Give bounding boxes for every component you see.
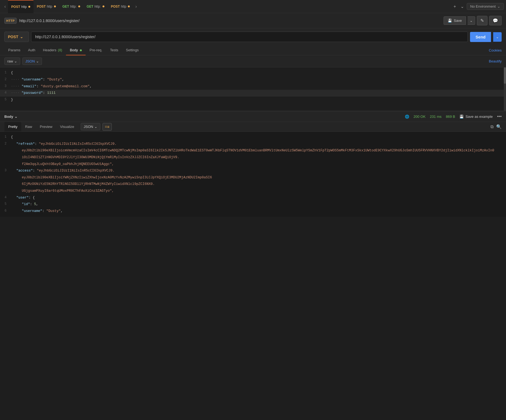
method-selector[interactable]: POST ⌄: [4, 32, 29, 42]
code-line-4: 4 ···· "password": 1111: [0, 90, 506, 97]
resp-line-3b: eyJ0b2tlbl90eXBlIjoiYWNjZXNzIiwiZXhwIjox…: [0, 174, 506, 181]
resp-line-6: 6 "username": "Dusty",: [0, 208, 506, 215]
tab-3-dot: [78, 5, 80, 7]
scroll-track[interactable]: [504, 67, 506, 111]
resp-tab-visualize[interactable]: Visualize: [56, 122, 78, 131]
filter-button[interactable]: =≡: [103, 123, 112, 131]
code-line-3: 3 ···· "email": "dusty.getem@email.com",: [0, 83, 506, 90]
environment-selector[interactable]: No Environment ⌄: [467, 3, 504, 10]
tab-settings[interactable]: Settings: [122, 45, 143, 55]
resp-line-3c: 6IjMzOGNiYzE5N2RhYTRlNGI5ODllYjRhNTMwNjM…: [0, 181, 506, 188]
resp-line-5: 5 "id": 5,: [0, 201, 506, 208]
resp-line-3d: UGjgsamPXuyI8ar6tqUMoxPR0CThFAoXiCnz3ZAG…: [0, 188, 506, 194]
resp-tab-raw[interactable]: Raw: [21, 122, 36, 131]
response-body-label: Body: [4, 115, 13, 119]
tab-bar: ‹ POST http POST http GET http: GET http…: [0, 0, 506, 13]
edit-button[interactable]: ✎: [477, 16, 487, 25]
more-options-button[interactable]: •••: [497, 114, 502, 119]
format-json-chevron: ⌄: [36, 59, 39, 63]
tab-body[interactable]: Body: [66, 45, 86, 55]
save-label: Save: [454, 19, 462, 23]
response-actions: ⧉ 🔍: [490, 124, 502, 129]
tab-2[interactable]: POST http: [34, 0, 59, 13]
tab-5-method: POST: [111, 5, 120, 8]
code-line-1: 1 {: [0, 70, 506, 76]
format-raw-label: raw: [7, 59, 13, 63]
copy-response-button[interactable]: ⧉: [490, 124, 493, 129]
comment-button[interactable]: 💬: [489, 16, 502, 25]
resp-tab-preview[interactable]: Preview: [36, 122, 56, 131]
format-json-selector[interactable]: JSON ⌄: [22, 58, 42, 65]
save-button[interactable]: 💾 Save: [444, 16, 466, 25]
tab-5[interactable]: POST http: [108, 0, 133, 13]
tab-2-method: POST: [37, 5, 46, 8]
search-response-button[interactable]: 🔍: [496, 124, 502, 129]
tab-5-url: http: [121, 5, 126, 8]
body-format-row: raw ⌄ JSON ⌄ Beautify: [0, 55, 506, 67]
response-body-toggle[interactable]: Body ⌄: [4, 115, 17, 119]
method-value: POST: [8, 35, 18, 39]
tab-4-dot: [103, 5, 104, 7]
format-json-label: JSON: [25, 59, 35, 63]
save-as-example-button[interactable]: 💾 Save as example: [459, 115, 493, 119]
resp-tab-pretty[interactable]: Pretty: [4, 122, 21, 131]
tab-overflow-button[interactable]: ⌄: [459, 3, 466, 10]
cookies-link[interactable]: Cookies: [489, 48, 502, 52]
tab-prev-button[interactable]: ‹: [2, 2, 8, 11]
response-status: 200 OK: [414, 115, 426, 119]
tab-2-url: http: [47, 5, 52, 8]
response-meta: 🌐 200 OK 231 ms 869 B 💾 Save as example …: [405, 114, 502, 119]
send-dropdown-button[interactable]: ⌄: [493, 32, 502, 42]
save-example-label: Save as example: [465, 115, 493, 119]
response-tabs-nav: Pretty Raw Preview Visualize JSON ⌄ =≡ ⧉…: [0, 122, 506, 132]
response-time: 231 ms: [430, 115, 442, 119]
save-dropdown-button[interactable]: ⌄: [468, 16, 475, 25]
tab-2-dot: [54, 5, 56, 7]
tab-3[interactable]: GET http:: [59, 0, 83, 13]
tab-4-method: GET: [87, 5, 94, 8]
code-line-5: 5 }: [0, 97, 506, 103]
method-chevron-icon: ⌄: [20, 35, 23, 39]
response-format-selector[interactable]: JSON ⌄: [81, 123, 100, 130]
resp-line-1: 1 {: [0, 134, 506, 141]
response-size: 869 B: [446, 115, 455, 119]
resp-line-3: 3 "access": "eyJhbGciOiJIUzI1NiIsInR5cCI…: [0, 167, 506, 174]
code-line-2: 2 ···· "username": "Dusty",: [0, 76, 506, 83]
resp-line-2d: f2Am3qqJLuQkhtOBay0_oaPbhJhjHQNEEUG5wU1A…: [0, 161, 506, 168]
send-button[interactable]: Send: [470, 32, 491, 42]
format-raw-selector[interactable]: raw ⌄: [4, 58, 20, 65]
chevron-down-icon: ⌄: [497, 4, 500, 8]
response-format-chevron: ⌄: [94, 125, 97, 129]
resp-line-2: 2 "refresh": "eyJhbGciOiJIUzI1NiIsInR5cC…: [0, 141, 506, 148]
tab-1-method: POST: [11, 5, 20, 9]
tab-next-button[interactable]: ›: [133, 2, 139, 11]
url-bar-url: http://127.0.0.1:8000/users/register/: [19, 19, 441, 23]
save-example-icon: 💾: [459, 115, 464, 119]
tab-params[interactable]: Params: [4, 45, 24, 55]
request-body-editor[interactable]: 1 { 2 ···· "username": "Dusty", 3 ···· "…: [0, 67, 506, 111]
tab-tests[interactable]: Tests: [106, 45, 122, 55]
tab-headers[interactable]: Headers (8): [39, 45, 66, 55]
tab-prereq[interactable]: Pre-req.: [86, 45, 106, 55]
response-format-label: JSON: [84, 125, 93, 129]
send-label: Send: [475, 35, 486, 39]
tab-1-url: http: [21, 5, 27, 9]
beautify-button[interactable]: Beautify: [489, 59, 502, 63]
tab-4[interactable]: GET http:: [83, 0, 108, 13]
url-input[interactable]: [31, 32, 468, 42]
resp-line-2b: eyJ0b2tlbl90eXBlIjoicmVmcmVzaCIsImV4cCI6…: [0, 147, 506, 154]
scroll-thumb[interactable]: [504, 67, 506, 84]
tab-auth[interactable]: Auth: [24, 45, 39, 55]
response-body-chevron: ⌄: [14, 115, 17, 119]
response-header: Body ⌄ 🌐 200 OK 231 ms 869 B 💾 Save as e…: [0, 111, 506, 122]
method-url-row: POST ⌄ Send ⌄: [4, 28, 502, 45]
resp-line-4: 4 "user": {: [0, 194, 506, 201]
environment-label: No Environment: [470, 4, 496, 8]
filter-icon: =≡: [105, 125, 109, 129]
tab-5-dot: [128, 5, 130, 7]
tab-1[interactable]: POST http: [8, 0, 34, 13]
format-raw-chevron: ⌄: [14, 59, 17, 63]
add-tab-button[interactable]: +: [452, 3, 457, 10]
request-section: POST ⌄ Send ⌄: [0, 28, 506, 45]
tab-3-method: GET: [62, 5, 69, 8]
